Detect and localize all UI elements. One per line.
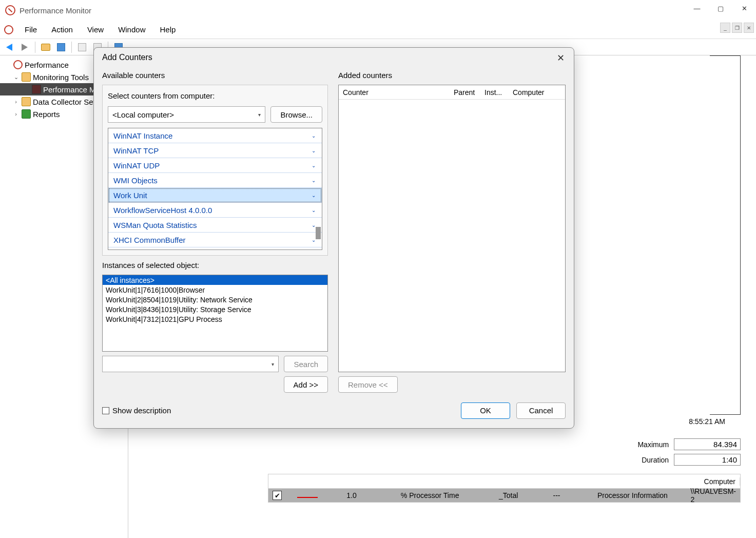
perf-icon [13,60,23,69]
instance-search-combo[interactable]: ▾ [102,356,279,372]
back-button[interactable] [2,41,16,54]
menu-view[interactable]: View [80,23,111,36]
chevron-down-icon: ▾ [258,112,261,118]
browse-button[interactable]: Browse... [270,106,322,123]
dialog-title: Add Counters [102,53,152,62]
dialog-close-button[interactable]: ✕ [554,52,567,64]
counter-item-selected[interactable]: Work Unit⌄ [108,188,322,203]
reports-icon [22,109,31,119]
tool-gen1[interactable] [75,41,89,54]
menu-action[interactable]: Action [44,23,80,36]
mdi-restore[interactable]: ❐ [732,23,742,33]
chart-icon [32,85,41,94]
instances-list[interactable]: <All instances> WorkUnit|1|7616|1000|Bro… [102,275,328,352]
close-button[interactable]: ✕ [732,0,756,16]
instance-item[interactable]: <All instances> [103,275,327,285]
folder-icon [22,72,31,82]
chart-end-time: 8:55:21 AM [689,417,725,426]
chevron-down-icon: ⌄ [312,178,316,183]
available-counters-label: Available counters [102,70,328,81]
show-description-checkbox[interactable]: Show description [102,406,171,415]
scrollbar-thumb[interactable] [316,227,321,239]
legend-row[interactable]: ✔ 1.0 % Processor Time _Total --- Proces… [268,489,740,502]
search-button[interactable]: Search [284,356,328,372]
counter-item[interactable]: XHCI CommonBuffer⌄ [108,233,322,247]
counter-category-list[interactable]: WinNAT Instance⌄ WinNAT TCP⌄ WinNAT UDP⌄… [108,128,322,250]
menu-file[interactable]: File [17,23,44,36]
cancel-button[interactable]: Cancel [516,402,566,419]
chevron-down-icon: ⌄ [312,133,316,139]
menu-window[interactable]: Window [111,23,152,36]
mdi-minimize[interactable]: _ [720,23,730,33]
chevron-down-icon: ⌄ [312,207,316,213]
chevron-down-icon: ⌄ [312,237,316,243]
chevron-down-icon: ⌄ [312,148,316,153]
counter-item[interactable]: WinNAT TCP⌄ [108,143,322,158]
added-grid-header: Counter Parent Inst... Computer [339,85,565,100]
stat-maximum: Maximum 84.394 [637,438,741,450]
app-icon [5,5,15,15]
add-counters-dialog: Add Counters ✕ Available counters Select… [93,47,574,429]
added-counters-grid[interactable]: Counter Parent Inst... Computer [338,85,566,372]
chevron-down-icon: ⌄ [312,222,316,228]
instance-item[interactable]: WorkUnit|4|7312|1021|GPU Process [103,314,327,324]
menubar: File Action View Window Help _ ❐ ✕ [0,21,756,39]
counter-item[interactable]: WinNAT UDP⌄ [108,158,322,173]
minimize-button[interactable]: — [685,0,709,16]
added-counters-label: Added counters [338,70,566,81]
folder-icon [22,97,31,106]
app-title: Performance Monitor [20,6,91,15]
stat-duration: Duration 1:40 [642,454,741,466]
remove-button[interactable]: Remove << [338,376,398,393]
ok-button[interactable]: OK [461,402,510,419]
counter-item[interactable]: WinNAT Instance⌄ [108,128,322,143]
maximize-button[interactable]: ▢ [709,0,732,16]
legend-show-checkbox[interactable]: ✔ [273,491,282,500]
counter-item[interactable]: WSMan Quota Statistics⌄ [108,218,322,233]
chart-area[interactable] [710,55,741,415]
checkbox-icon [102,407,109,414]
instance-item[interactable]: WorkUnit|1|7616|1000|Browser [103,285,327,295]
chevron-down-icon: ▾ [272,361,274,367]
select-computer-label: Select counters from computer: [108,90,322,101]
add-button[interactable]: Add >> [284,376,328,393]
chevron-down-icon: ⌄ [312,193,316,198]
counter-item[interactable]: WMI Objects⌄ [108,173,322,188]
forward-button[interactable] [17,41,32,54]
tool-props[interactable] [54,41,68,54]
app-icon-small [4,25,13,34]
instances-label: Instances of selected object: [102,260,328,271]
computer-combo[interactable]: <Local computer> ▾ [108,106,265,123]
instance-item[interactable]: WorkUnit|2|8504|1019|Utility: Network Se… [103,295,327,304]
chevron-down-icon: ⌄ [312,163,316,168]
mdi-close[interactable]: ✕ [744,23,754,33]
counter-item[interactable]: WorkflowServiceHost 4.0.0.0⌄ [108,203,322,218]
app-titlebar: Performance Monitor — ▢ ✕ [0,0,756,21]
legend-header: Computer [268,474,740,489]
tool-folder[interactable] [38,41,53,54]
legend-table[interactable]: Computer ✔ 1.0 % Processor Time _Total -… [268,474,741,503]
instance-item[interactable]: WorkUnit|3|8436|1019|Utility: Storage Se… [103,304,327,314]
dialog-titlebar[interactable]: Add Counters ✕ [94,48,574,67]
menu-help[interactable]: Help [152,23,183,36]
